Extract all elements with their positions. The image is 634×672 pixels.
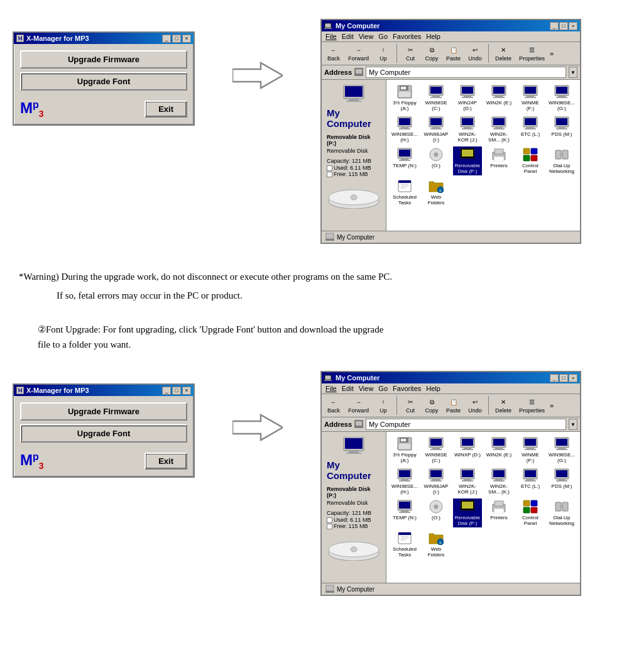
menu-go-top[interactable]: Go [378,33,388,40]
menu-file-top[interactable]: File [325,33,337,40]
menu-help-bottom[interactable]: Help [426,385,440,392]
icon-dialup-bottom[interactable]: Dial-Up Networking [547,498,576,527]
sidebar-used-row-bottom: Used: 6.11 MB [327,517,381,523]
icon-scheduled-top[interactable]: Scheduled Tasks [390,178,419,207]
icon-winmef-bottom[interactable]: WINME (F:) [516,436,545,465]
icon-win98jap-top[interactable]: WIN98JAP (I:) [422,115,451,144]
icon-etc-bottom[interactable]: ETC (L:) [516,467,545,496]
icon-winxp-bottom[interactable]: WINXP (D:) [453,436,482,465]
icon-win98g-top[interactable]: WIN98SE... (G:) [547,84,576,113]
mycomp-close-top[interactable]: × [569,22,577,30]
exit-button-top[interactable]: Exit [145,101,187,118]
toolbar-forward-top[interactable]: → Forward [346,45,371,63]
svg-rect-160 [523,507,530,513]
upgrade-firmware-button-top[interactable]: Upgrade Firmware [20,50,187,69]
icon-win2ksm-bottom[interactable]: WIN2K-SM... (K:) [484,467,513,496]
svg-rect-22 [464,96,471,97]
icon-pds-top[interactable]: PDS (M:) [547,115,576,144]
address-box-bottom[interactable]: My Computer [366,419,566,430]
toolbar-up-top[interactable]: ↑ Up [374,45,393,63]
maximize-button-top[interactable]: □ [172,35,181,43]
toolbar-delete-bottom[interactable]: ✕ Delete [493,397,514,415]
icon-temp-top[interactable]: TEMP (N:) [390,146,419,175]
address-dropdown-top[interactable]: ▼ [569,67,577,78]
mycomp-minimize-bottom[interactable]: _ [550,374,559,382]
toolbar-cut-top[interactable]: ✂ Cut [401,45,420,63]
temp-label-top: TEMP (N:) [393,163,417,168]
icon-pds-bottom[interactable]: PDS (M:) [547,467,576,496]
close-button-top[interactable]: × [182,35,191,43]
icon-win2ksm-top[interactable]: WIN2K-SM... (K:) [484,115,513,144]
minimize-button-bottom[interactable]: _ [162,387,171,395]
upgrade-firmware-button-bottom[interactable]: Upgrade Firmware [20,402,187,421]
icon-win24p-top[interactable]: WIN24P (D:) [453,84,482,113]
toolbar-delete-top[interactable]: ✕ Delete [493,45,514,63]
menu-view-top[interactable]: View [359,33,374,40]
menu-file-bottom[interactable]: File [325,385,337,392]
upgrade-font-button-bottom[interactable]: Upgrade Font [20,424,187,443]
icon-win98h-top[interactable]: WIN98SE... (H:) [390,115,419,144]
toolbar-back-bottom[interactable]: ← Back [324,397,343,415]
toolbar-back-top[interactable]: ← Back [324,45,343,63]
menu-favorites-top[interactable]: Favorites [393,33,421,40]
toolbar-copy-top[interactable]: ⧉ Copy [422,45,441,63]
exit-button-bottom[interactable]: Exit [145,453,187,470]
icon-win2kkor-top[interactable]: WIN2K-KOR (J:) [453,115,482,144]
menu-edit-top[interactable]: Edit [342,33,354,40]
icon-win98g-bottom[interactable]: WIN98SE... (G:) [547,436,576,465]
menu-view-bottom[interactable]: View [359,385,374,392]
icon-webfolders-bottom[interactable]: e Web Folders [422,530,451,559]
toolbar-cut-bottom[interactable]: ✂ Cut [401,397,420,415]
icon-win2ke-bottom[interactable]: WIN2K (E:) [484,436,513,465]
upgrade-font-button-top[interactable]: Upgrade Font [20,72,187,91]
icon-cd-bottom[interactable]: (O:) [422,498,451,527]
icon-scheduled-bottom[interactable]: Scheduled Tasks [390,530,419,559]
menu-go-bottom[interactable]: Go [378,385,388,392]
icon-webfolders-top[interactable]: e Web Folders [422,178,451,207]
icon-cd-top[interactable]: (O:) [422,146,451,175]
menu-edit-bottom[interactable]: Edit [342,385,354,392]
toolbar-up-bottom[interactable]: ↑ Up [374,397,393,415]
toolbar-properties-top[interactable]: ☰ Properties [516,45,547,63]
icon-temp-bottom[interactable]: TEMP (N:) [390,498,419,527]
mycomp-maximize-bottom[interactable]: □ [559,374,568,382]
toolbar-paste-bottom[interactable]: 📋 Paste [444,397,463,415]
icon-removable-bottom[interactable]: Removable Disk (P:) [453,498,482,527]
icon-printers-top[interactable]: Printers [484,146,513,175]
menu-favorites-bottom[interactable]: Favorites [393,385,421,392]
icon-win2kkor-bottom[interactable]: WIN2K-KOR (J:) [453,467,482,496]
toolbar-more-top[interactable]: » [550,50,554,57]
icon-removable-top[interactable]: Removable Disk (P:) [453,146,482,175]
icon-floppy-bottom[interactable]: 3½ Floppy (A:) [390,436,419,465]
toolbar-undo-bottom[interactable]: ↩ Undo [466,397,484,415]
menu-help-top[interactable]: Help [426,33,440,40]
toolbar-properties-bottom[interactable]: ☰ Properties [516,397,547,415]
mycomp-minimize-top[interactable]: _ [550,22,559,30]
address-box-top[interactable]: My Computer [366,67,566,78]
icon-control-top[interactable]: Control Panel [516,146,545,175]
minimize-button-top[interactable]: _ [162,35,171,43]
icon-floppy-top[interactable]: 3½ Floppy (A:) [390,84,419,113]
icon-win98jap-bottom[interactable]: WIN98JAP (I:) [422,467,451,496]
address-dropdown-bottom[interactable]: ▼ [569,419,577,430]
toolbar-copy-bottom[interactable]: ⧉ Copy [422,397,441,415]
icon-etc-top[interactable]: ETC (L:) [516,115,545,144]
icon-printers-bottom[interactable]: Printers [484,498,513,527]
icon-control-bottom[interactable]: Control Panel [516,498,545,527]
icon-dialup-top[interactable]: Dial-Up Networking [547,146,576,175]
mycomp-close-bottom[interactable]: × [569,374,577,382]
mycomp-maximize-top[interactable]: □ [559,22,568,30]
icon-winme-top[interactable]: WINME (F:) [516,84,545,113]
win98h-img-top [396,116,413,130]
maximize-button-bottom[interactable]: □ [172,387,181,395]
toolbar-more-bottom[interactable]: » [550,402,554,409]
toolbar-undo-top[interactable]: ↩ Undo [466,45,484,63]
svg-rect-163 [562,502,568,511]
toolbar-paste-top[interactable]: 📋 Paste [444,45,463,63]
icon-win2k-top[interactable]: WIN2K (E:) [484,84,513,113]
icon-win98h-bottom[interactable]: WIN98SE... (H:) [390,467,419,496]
toolbar-forward-bottom[interactable]: → Forward [346,397,371,415]
icon-win98c-top[interactable]: WIN98SE (C:) [422,84,451,113]
close-button-bottom[interactable]: × [182,387,191,395]
icon-win98c-bottom[interactable]: WIN98SE (C:) [422,436,451,465]
